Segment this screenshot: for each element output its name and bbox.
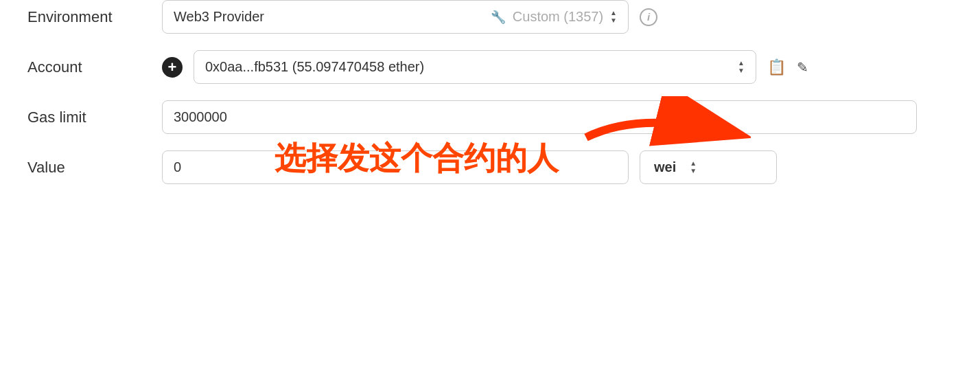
arrow-up: ▲ (738, 60, 745, 67)
arrow-down: ▼ (610, 17, 617, 24)
sort-arrows-environment[interactable]: ▲ ▼ (610, 10, 617, 24)
account-row: Account + 0x0aa...fb531 (55.097470458 et… (27, 50, 953, 84)
wrench-icon: 🔧 (491, 10, 506, 25)
value-input[interactable]: 0 (162, 150, 629, 184)
value-amount: 0 (174, 159, 181, 175)
arrow-up: ▲ (610, 10, 617, 16)
gas-limit-input[interactable]: 3000000 (162, 100, 917, 134)
environment-input[interactable]: Web3 Provider 🔧 Custom (1357) ▲ ▼ (162, 0, 629, 34)
environment-right: 🔧 Custom (1357) ▲ ▼ (491, 9, 617, 25)
environment-label: Environment (27, 8, 151, 26)
copy-icon[interactable]: 📋 (767, 58, 786, 76)
arrow-up: ▲ (690, 160, 697, 167)
gas-limit-label: Gas limit (27, 109, 151, 126)
unit-selector[interactable]: wei ▲ ▼ (640, 150, 777, 184)
account-value: 0x0aa...fb531 (55.097470458 ether) (205, 59, 424, 75)
environment-value: Web3 Provider (174, 9, 264, 25)
sort-arrows-account[interactable]: ▲ ▼ (738, 60, 745, 74)
arrow-down: ▼ (690, 168, 697, 175)
account-input[interactable]: 0x0aa...fb531 (55.097470458 ether) ▲ ▼ (194, 50, 756, 84)
sort-arrows-unit[interactable]: ▲ ▼ (690, 160, 697, 175)
account-right: ▲ ▼ (738, 60, 745, 74)
gas-limit-row: Gas limit 3000000 (27, 100, 953, 134)
value-row: Value 0 wei ▲ ▼ (27, 150, 953, 184)
gas-limit-value: 3000000 (174, 109, 227, 125)
account-label: Account (27, 58, 151, 76)
custom-text: Custom (1357) (513, 9, 603, 25)
unit-value: wei (654, 159, 676, 175)
arrow-down: ▼ (738, 67, 745, 74)
add-account-button[interactable]: + (162, 57, 183, 78)
value-label: Value (27, 159, 151, 177)
info-icon[interactable]: i (640, 8, 657, 26)
environment-row: Environment Web3 Provider 🔧 Custom (1357… (27, 0, 953, 34)
edit-icon[interactable]: ✎ (797, 59, 808, 76)
